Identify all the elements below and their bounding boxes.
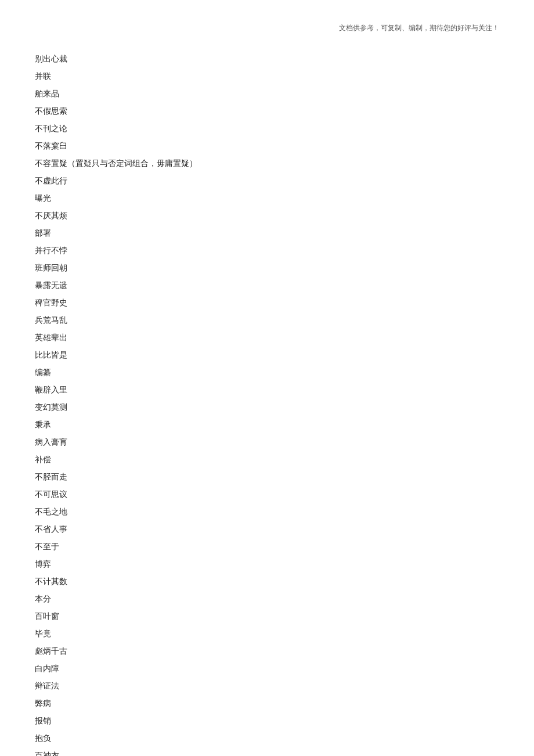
list-item: 部署	[35, 225, 499, 242]
list-item: 暴露无遗	[35, 277, 499, 294]
list-item: 编纂	[35, 364, 499, 381]
list-item: 补偿	[35, 451, 499, 469]
list-item: 抱负	[35, 730, 499, 747]
page-container: 文档供参考，可复制、编制，期待您的好评与关注！ 别出心裁并联舶来品不假思索不刊之…	[0, 0, 534, 756]
list-item: 报销	[35, 712, 499, 730]
list-item: 班师回朝	[35, 260, 499, 277]
list-item: 并联	[35, 68, 499, 85]
list-item: 博弈	[35, 556, 499, 573]
list-item: 秉承	[35, 416, 499, 434]
list-item: 不假思索	[35, 103, 499, 120]
list-item: 舶来品	[35, 85, 499, 103]
list-item: 稗官野史	[35, 294, 499, 312]
list-item: 不刊之论	[35, 120, 499, 138]
list-item: 英雄辈出	[35, 329, 499, 347]
list-item: 不省人事	[35, 521, 499, 538]
list-item: 并行不悖	[35, 242, 499, 260]
list-item: 病入膏肓	[35, 434, 499, 451]
list-item: 不可思议	[35, 486, 499, 503]
list-item: 别出心裁	[35, 51, 499, 68]
content-list: 别出心裁并联舶来品不假思索不刊之论不落窠臼不容置疑（置疑只与否定词组合，毋庸置疑…	[35, 51, 499, 756]
list-item: 鞭辟入里	[35, 381, 499, 399]
list-item: 变幻莫测	[35, 399, 499, 416]
list-item: 不容置疑（置疑只与否定词组合，毋庸置疑）	[35, 155, 499, 172]
list-item: 辩证法	[35, 678, 499, 695]
list-item: 不至于	[35, 538, 499, 556]
list-item: 兵荒马乱	[35, 312, 499, 329]
list-item: 比比皆是	[35, 347, 499, 364]
list-item: 本分	[35, 591, 499, 608]
list-item: 不虚此行	[35, 172, 499, 190]
list-item: 弊病	[35, 695, 499, 712]
list-item: 百衲衣	[35, 747, 499, 756]
list-item: 毕竟	[35, 625, 499, 643]
list-item: 不胫而走	[35, 469, 499, 486]
list-item: 百叶窗	[35, 608, 499, 625]
list-item: 不厌其烦	[35, 207, 499, 225]
list-item: 不落窠臼	[35, 138, 499, 155]
list-item: 曝光	[35, 190, 499, 207]
header-note-text: 文档供参考，可复制、编制，期待您的好评与关注！	[339, 24, 499, 32]
list-item: 不计其数	[35, 573, 499, 591]
list-item: 白内障	[35, 660, 499, 678]
list-item: 彪炳千古	[35, 643, 499, 660]
header-note: 文档供参考，可复制、编制，期待您的好评与关注！	[35, 23, 499, 33]
list-item: 不毛之地	[35, 503, 499, 521]
